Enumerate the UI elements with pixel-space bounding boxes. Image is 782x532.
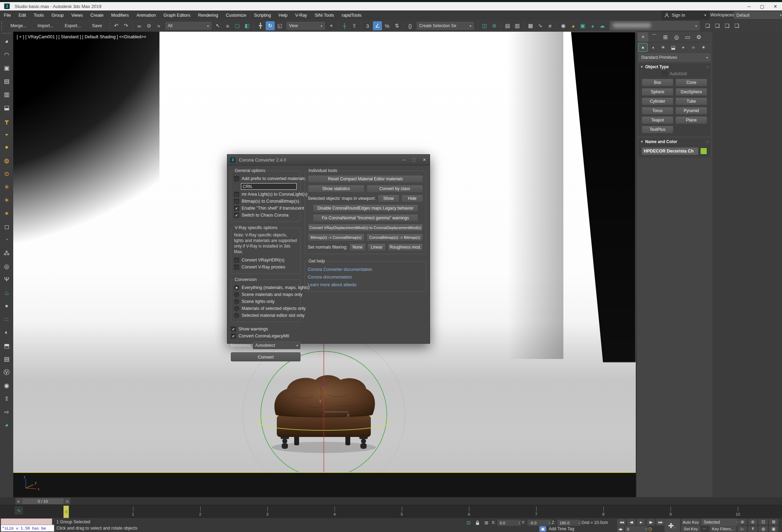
object-type-button[interactable]: Tube [675,97,707,105]
toolbar-drag-handle[interactable] [2,33,11,34]
vfb-icon[interactable]: ▣ [0,61,13,75]
dialog-close-button[interactable]: ✕ [419,155,430,165]
add-prefix-checkbox[interactable]: Add prefix to converted materials: [234,175,297,182]
prefix-input[interactable]: CRN. [241,183,297,190]
tab-display-icon[interactable]: ▭ [682,32,693,41]
go-start-button[interactable]: ◀◀ [617,519,626,526]
tab-utilities-icon[interactable]: ⚙ [694,32,704,41]
orbit-icon[interactable]: ◍ [758,526,768,532]
menu-item[interactable]: Modifiers [107,10,133,20]
category-dropdown[interactable]: Standard Primitives [639,54,710,61]
curve-editor-icon[interactable]: ∿ [536,21,545,30]
object-type-button[interactable]: Teapot [642,116,673,124]
camera-icon[interactable]: ⬓ [0,101,13,114]
object-type-button[interactable]: Box [642,79,673,86]
help-link[interactable]: Corona documentation [308,273,423,281]
viewport-label[interactable]: [ + ] [ VRayCam001 ] [ Standard ] [ Defa… [17,34,146,39]
select-and-link-icon[interactable]: ∞ [135,21,144,30]
script-nodes-icon[interactable]: ❏▪ [722,21,732,30]
use-pivot-center-icon[interactable]: ⌖ [327,21,336,30]
time-prev-button[interactable]: < [15,498,22,504]
menu-item[interactable]: Customize [222,10,250,20]
workspaces-dropdown[interactable]: Default [734,11,782,19]
material-group-icon[interactable]: ∷ [0,313,13,326]
redo-icon[interactable]: ↷ [122,21,131,30]
angle-snap-icon[interactable]: ∠ [373,21,382,30]
snap-3d-icon[interactable]: 3 [363,21,372,30]
key-filters-button[interactable]: Key Filters... [710,525,737,532]
named-selection-sets-icon[interactable]: {} [406,21,415,30]
cat-systems-icon[interactable]: ✶ [699,43,708,52]
tab-create-icon[interactable]: + [638,32,648,41]
dialog-minimize-button[interactable]: ─ [398,155,409,165]
maps-hide-button[interactable]: Hide [401,195,423,202]
menu-item[interactable]: Graph Editors [160,10,194,20]
unlink-icon[interactable]: ⊘ [144,21,154,30]
disable-roundedges-button[interactable]: Disable CoronaRoundEdges maps Legacy beh… [313,204,418,212]
menu-item[interactable]: rapidTools [338,10,365,20]
rotate-icon[interactable]: ↻ [266,21,275,30]
object-name-field[interactable]: HPDECOR Decorista Ch [642,147,698,155]
autogrid-checkbox[interactable]: AutoGrid [638,70,711,77]
mask-icon[interactable]: ◐ [0,326,13,339]
cat-shapes-icon[interactable]: ◖ [649,43,657,52]
maps-show-button[interactable]: Show [378,195,399,202]
show-warnings-checkbox[interactable]: Show warnings [231,326,300,332]
prev-frame-button[interactable]: ◀▮ [627,519,636,526]
key-mode-dropdown[interactable]: Selected [701,519,741,525]
zoom-region-icon[interactable]: ⊠ [769,519,779,525]
set-key-button[interactable]: Set Key [681,525,701,532]
mesh-light-icon[interactable]: ✳ [0,180,13,194]
time-slider[interactable]: 0 / 10 [22,498,64,504]
go-end-button[interactable]: ▶▶ [656,519,665,526]
corona-to-bitmap-button[interactable]: CoronaBitmap(s) -> Bitmap(s) [367,234,423,241]
menu-item[interactable]: Tools [30,10,48,20]
key-steps-icon[interactable]: ⟜ [701,525,708,531]
maxscript-mini-listener[interactable]: "sLib v 1.50 has be [1,525,54,532]
normals-linear-button[interactable]: Linear [368,243,386,251]
dome-light-icon[interactable]: ◒ [0,127,13,141]
undo-icon[interactable]: ↶ [112,21,121,30]
keyboard-override-icon[interactable]: ⇧ [350,21,359,30]
isolate-selection-icon[interactable]: ⊡ [466,519,472,526]
zoom-icon[interactable]: ⊕ [737,519,747,525]
window-crossing-icon[interactable]: ◧ [243,21,252,30]
maxscript-mini-listener-pink[interactable] [1,518,52,525]
play-button[interactable]: ▶ [636,519,646,526]
convert-legacy-checkbox[interactable]: Convert CoronaLegacyMtl [231,332,300,339]
help-link[interactable]: Learn more about albedo [308,281,423,289]
walk-through-icon[interactable]: ↟ [748,526,758,532]
cat-lights-icon[interactable]: ☀ [659,43,667,52]
object-type-button[interactable]: Torus [642,107,673,115]
tab-modify-icon[interactable]: ⌒ [649,32,659,41]
export-button[interactable]: Export... [59,21,87,31]
set-keys-button[interactable]: ✚⟜ [664,519,680,532]
menu-item[interactable]: Rendering [194,10,222,20]
script-gear-icon[interactable]: ❏▪ [703,21,712,30]
teapot-list-icon[interactable]: ◕ [0,418,13,432]
switch-chaos-checkbox[interactable]: Switch to Chaos Corona [234,212,297,219]
menu-item[interactable]: Edit [15,10,30,20]
bind-spacewarp-icon[interactable]: ≈ [154,21,163,30]
time-configuration-icon[interactable]: ◷ [646,526,653,532]
thin-shell-checkbox[interactable]: Enable "Thin shell" if translucent [234,205,297,212]
render-last-icon[interactable]: ◠ [0,48,13,61]
object-type-button[interactable]: Pyramid [675,107,707,115]
conversion-radio[interactable]: Scene materials and maps only [234,291,297,298]
light-lister-icon[interactable]: ▤ [0,75,13,88]
plane-light-icon[interactable]: ┳ [0,114,13,127]
time-next-button[interactable]: > [64,498,70,504]
render-preset-dropdown[interactable]: ▾ [610,21,699,30]
fire-smoke-icon[interactable]: ♨ [0,286,13,299]
material-editor-icon[interactable]: ◉ [559,21,568,30]
named-selection-set-dropdown[interactable]: Create Selection Se [417,22,474,30]
vray-logo-icon[interactable]: Ⓥ [0,366,13,379]
reference-coordinate-dropdown[interactable]: View [287,22,325,30]
sphere-light-icon[interactable]: ● [0,141,13,154]
layer-explorer-icon[interactable]: ▤ [503,21,512,30]
mr-area-checkbox[interactable]: mr Area Light(s) to CoronaLight(s) [234,191,297,198]
rollout-header[interactable]: ▼ Object Type ∷ [638,63,711,70]
import-button[interactable]: Import... [32,21,59,31]
render-cloud-icon[interactable]: ☁ [598,21,607,30]
zoom-all-icon[interactable]: ⊛ [748,519,758,525]
